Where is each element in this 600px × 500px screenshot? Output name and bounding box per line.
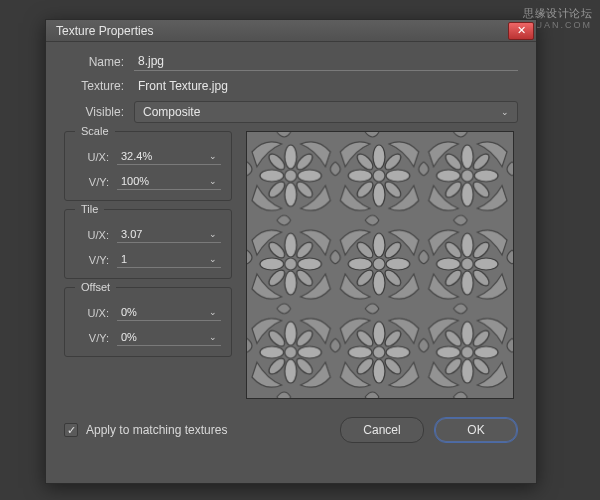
offset-ux-input[interactable]: 0% ⌄ [117,304,221,321]
visible-label: Visible: [64,105,124,119]
dialog-title: Texture Properties [56,24,153,38]
offset-vy-input[interactable]: 0% ⌄ [117,329,221,346]
scale-vy-input[interactable]: 100% ⌄ [117,173,221,190]
tile-ux-value: 3.07 [121,228,142,240]
tile-group: Tile U/X: 3.07 ⌄ V/Y: 1 ⌄ [64,209,232,279]
offset-vy-value: 0% [121,331,137,343]
offset-ux-label: U/X: [75,307,109,319]
dialog-titlebar: Texture Properties ✕ [46,20,536,42]
offset-title: Offset [75,281,116,293]
chevron-down-icon: ⌄ [209,307,217,317]
visible-select[interactable]: Composite ⌄ [134,101,518,123]
apply-checkbox[interactable]: ✓ [64,423,78,437]
texture-properties-dialog: Texture Properties ✕ Name: Texture: Fron… [45,19,537,484]
tile-vy-label: V/Y: [75,254,109,266]
close-icon: ✕ [517,24,526,37]
chevron-down-icon: ⌄ [209,332,217,342]
scale-vy-label: V/Y: [75,176,109,188]
texture-preview [246,131,514,399]
tile-vy-input[interactable]: 1 ⌄ [117,251,221,268]
texture-label: Texture: [64,79,124,93]
tile-ux-label: U/X: [75,229,109,241]
scale-vy-value: 100% [121,175,149,187]
svg-rect-12 [247,132,513,398]
scale-ux-value: 32.4% [121,150,152,162]
offset-ux-value: 0% [121,306,137,318]
offset-group: Offset U/X: 0% ⌄ V/Y: 0% ⌄ [64,287,232,357]
scale-ux-input[interactable]: 32.4% ⌄ [117,148,221,165]
tile-title: Tile [75,203,104,215]
chevron-down-icon: ⌄ [501,107,509,117]
tile-ux-input[interactable]: 3.07 ⌄ [117,226,221,243]
name-label: Name: [64,55,124,69]
chevron-down-icon: ⌄ [209,176,217,186]
texture-preview-image [247,132,513,398]
chevron-down-icon: ⌄ [209,229,217,239]
ok-button[interactable]: OK [434,417,518,443]
scale-ux-label: U/X: [75,151,109,163]
chevron-down-icon: ⌄ [209,254,217,264]
chevron-down-icon: ⌄ [209,151,217,161]
scale-group: Scale U/X: 32.4% ⌄ V/Y: 100% ⌄ [64,131,232,201]
tile-vy-value: 1 [121,253,127,265]
texture-value: Front Texture.jpg [134,77,518,95]
check-icon: ✓ [67,424,76,437]
scale-title: Scale [75,125,115,137]
close-button[interactable]: ✕ [508,22,534,40]
offset-vy-label: V/Y: [75,332,109,344]
cancel-button[interactable]: Cancel [340,417,424,443]
visible-select-value: Composite [143,105,200,119]
dialog-content: Name: Texture: Front Texture.jpg Visible… [46,42,536,457]
apply-checkbox-label: Apply to matching textures [86,423,227,437]
name-input[interactable] [134,52,518,71]
